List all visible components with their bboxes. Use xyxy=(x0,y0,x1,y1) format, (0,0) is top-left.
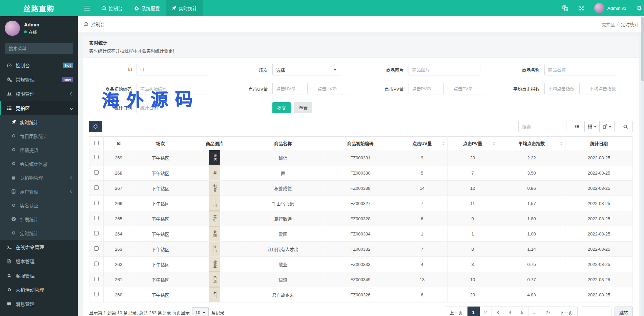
sidebar-item[interactable]: 竞拍区 xyxy=(0,101,78,115)
row-code-cell: FZ000328 xyxy=(324,211,397,226)
advanced-search-button[interactable] xyxy=(618,121,633,132)
user-menu[interactable]: Admin:v1 xyxy=(589,3,631,13)
select-all-header xyxy=(89,137,104,150)
settings-button[interactable] xyxy=(631,0,644,16)
page-size-select[interactable]: 10 xyxy=(192,307,209,316)
row-checkbox[interactable] xyxy=(94,262,99,266)
column-header[interactable]: 平均点击指数 xyxy=(498,137,565,150)
商品名称-input[interactable] xyxy=(544,64,616,75)
平均点击指数-min-input[interactable] xyxy=(544,83,580,94)
sidebar-item[interactable]: 消息管理 xyxy=(0,297,78,311)
sort-icon[interactable] xyxy=(442,142,445,145)
jump-button[interactable]: 跳转 xyxy=(615,307,633,316)
breadcrumb-home[interactable]: 控制台 xyxy=(83,21,105,27)
Id-input[interactable] xyxy=(137,64,208,75)
点击PV量-max-input[interactable] xyxy=(450,83,485,94)
sidebar-subitem[interactable]: 实名认证 xyxy=(0,198,78,212)
page-number-button[interactable]: 2 xyxy=(480,307,492,316)
page-number-button[interactable]: 4 xyxy=(504,307,516,316)
点击UV量-min-input[interactable] xyxy=(272,83,308,94)
row-checkbox[interactable] xyxy=(94,292,99,296)
product-image[interactable]: 千山 xyxy=(209,196,220,211)
submit-button[interactable]: 提交 xyxy=(272,102,291,113)
product-image[interactable]: 悟道 xyxy=(209,272,220,287)
product-image[interactable]: 积善 xyxy=(209,181,220,196)
sidebar-item[interactable]: 版本管理 xyxy=(0,254,78,268)
nav-tab[interactable]: 系统配置 xyxy=(128,0,166,16)
export-button[interactable] xyxy=(600,121,615,132)
场次-select[interactable]: 选择 xyxy=(272,64,340,75)
refresh-button[interactable] xyxy=(89,121,102,132)
language-button[interactable]: 文A xyxy=(557,0,574,16)
breadcrumb-item[interactable]: 竞拍区 xyxy=(602,21,615,27)
sidebar-subitem[interactable]: 用户管理 xyxy=(0,184,78,198)
page-number-button[interactable]: 27 xyxy=(541,307,555,316)
page-number-button[interactable]: 1 xyxy=(468,307,480,316)
product-image[interactable]: 敬业 xyxy=(209,257,220,272)
sidebar-search-button[interactable] xyxy=(72,43,73,54)
row-checkbox[interactable] xyxy=(94,246,99,251)
fullscreen-button[interactable] xyxy=(574,0,589,16)
product-image[interactable]: 爱国 xyxy=(209,226,220,241)
nav-tab[interactable]: 控制台 xyxy=(96,0,128,16)
prev-page-button[interactable]: 上一页 xyxy=(445,307,468,316)
sidebar-item[interactable]: 控制台hot xyxy=(0,58,78,72)
detail-view-button[interactable] xyxy=(570,121,585,132)
sidebar-item[interactable]: 权限管理 xyxy=(0,87,78,101)
scrollbar-thumb[interactable] xyxy=(641,17,644,81)
column-header[interactable]: 点击PV量 xyxy=(448,137,498,150)
点击UV量-max-input[interactable] xyxy=(314,83,349,94)
row-checkbox[interactable] xyxy=(94,170,99,175)
brand-logo[interactable]: 丝路直购 xyxy=(0,0,78,16)
sidebar-item[interactable]: 在线命令管理 xyxy=(0,240,78,254)
product-image[interactable]: 诚信 xyxy=(209,150,220,165)
商品图片-input[interactable] xyxy=(409,64,480,75)
next-page-button[interactable]: 下一页 xyxy=(555,307,578,316)
统计日期-input[interactable] xyxy=(137,102,208,113)
sidebar-item[interactable]: 常规管理new xyxy=(0,72,78,87)
columns-button[interactable] xyxy=(585,121,600,132)
sidebar: Admin 在线 控制台hot常规管理new权限管理竞拍区实时统计每日团队统计申… xyxy=(0,16,78,316)
terminal-icon xyxy=(6,245,12,250)
checkbox-cell xyxy=(89,211,104,226)
sidebar-toggle-button[interactable] xyxy=(78,0,96,16)
sort-icon[interactable] xyxy=(493,142,495,145)
product-image[interactable]: 君自 xyxy=(209,287,220,302)
product-image[interactable]: 笃行 xyxy=(209,211,220,226)
row-checkbox[interactable] xyxy=(94,201,99,205)
product-image[interactable]: 江山 xyxy=(209,242,220,256)
sidebar-subitem[interactable]: 实时统计 xyxy=(0,115,78,129)
reset-button[interactable]: 重置 xyxy=(294,102,312,113)
商品初始编码-input[interactable] xyxy=(137,83,208,94)
sidebar-subitem[interactable]: 申请提货 xyxy=(0,143,78,157)
sort-icon[interactable] xyxy=(560,142,563,145)
row-checkbox[interactable] xyxy=(94,231,99,235)
sidebar-subitem[interactable]: 定时统计 xyxy=(0,226,78,240)
jump-page-input[interactable] xyxy=(582,307,611,316)
sidebar-subitem[interactable]: 每日团队统计 xyxy=(0,129,78,143)
平均点击指数-max-input[interactable] xyxy=(586,83,621,94)
sidebar-item[interactable]: 客服管理 xyxy=(0,268,78,283)
sidebar-subitem[interactable]: 会员统计信息 xyxy=(0,157,78,171)
row-session-cell: 下午钻区 xyxy=(134,150,187,165)
sidebar-subitem[interactable]: 竞拍物管理 xyxy=(0,171,78,184)
sidebar-item[interactable]: 营销活动管理 xyxy=(0,283,78,297)
column-header[interactable]: 点击UV量 xyxy=(397,137,447,150)
page-number-button[interactable]: 5 xyxy=(516,307,528,316)
page-scrollbar[interactable] xyxy=(641,16,644,316)
table-search-input[interactable] xyxy=(518,121,566,132)
row-checkbox[interactable] xyxy=(94,216,99,220)
sidebar-subitem[interactable]: 扩展统计 xyxy=(0,212,78,226)
page-ellipsis[interactable]: ... xyxy=(528,307,541,316)
page-number-button[interactable]: 3 xyxy=(492,307,504,316)
select-all-checkbox[interactable] xyxy=(94,141,99,145)
点击PV量-min-input[interactable] xyxy=(409,83,444,94)
sidebar-search-input[interactable] xyxy=(5,43,72,54)
row-checkbox[interactable] xyxy=(94,185,99,190)
row-checkbox[interactable] xyxy=(94,155,99,159)
row-id-cell: 265 xyxy=(103,211,134,226)
nav-tab[interactable]: 实时统计 xyxy=(166,0,203,16)
row-checkbox[interactable] xyxy=(94,277,99,281)
breadcrumb-item[interactable]: 定时统计 xyxy=(621,21,639,27)
product-image[interactable]: 舞 xyxy=(209,165,220,180)
